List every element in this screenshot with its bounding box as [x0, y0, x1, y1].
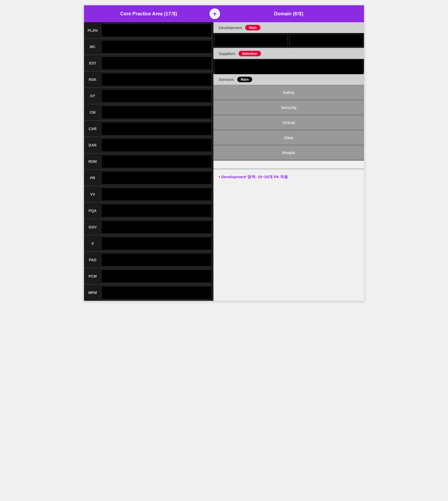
- pa-label: VV: [84, 192, 101, 196]
- domain-cell[interactable]: [290, 34, 363, 47]
- pa-label: II: [84, 241, 101, 246]
- pa-bar[interactable]: [101, 220, 212, 234]
- pa-row: EST: [84, 55, 213, 71]
- pa-bar[interactable]: [101, 286, 212, 299]
- pa-row: CAR: [84, 121, 213, 137]
- domain-section-virtual: Virtual: [213, 116, 364, 131]
- pa-label: OT: [84, 94, 101, 98]
- pa-row: CM: [84, 104, 213, 121]
- domain-name: Development: [219, 25, 242, 30]
- domains-container: Development Main Suppliers Selection Ser…: [213, 22, 364, 161]
- domain-cell[interactable]: [214, 34, 288, 47]
- right-header: Domain (8개): [213, 5, 364, 22]
- main-container: Core Practice Area (17개) + PLAN MC EST R…: [84, 5, 364, 301]
- pa-bar[interactable]: [101, 270, 212, 283]
- domain-section-people: People: [213, 146, 364, 161]
- pa-bar[interactable]: [101, 188, 212, 201]
- pa-row: PAD: [84, 252, 213, 268]
- domain-name: Safety: [283, 90, 295, 95]
- pa-label: CM: [84, 110, 101, 114]
- domain-section-suppliers: Suppliers Selection: [213, 48, 364, 74]
- pa-bar[interactable]: [101, 204, 212, 217]
- pa-row: MPM: [84, 284, 213, 301]
- pa-label: PAD: [84, 258, 101, 262]
- domain-simple[interactable]: Virtual: [213, 116, 364, 130]
- domain-name: Virtual: [283, 120, 295, 125]
- pa-label: PR: [84, 176, 101, 180]
- pa-bar[interactable]: [101, 237, 212, 250]
- pa-bar[interactable]: [101, 57, 212, 70]
- pa-label: DAR: [84, 143, 101, 147]
- domain-cells: [213, 33, 364, 48]
- left-header-title: Core Practice Area (17개): [120, 11, 177, 16]
- pa-row: II: [84, 235, 213, 252]
- pa-row: GOV: [84, 219, 213, 235]
- pa-row: PLAN: [84, 22, 213, 39]
- pa-row: RSK: [84, 71, 213, 88]
- pa-label: CAR: [84, 127, 101, 131]
- pa-bar[interactable]: [101, 73, 212, 86]
- domain-section-development: Development Main: [213, 22, 364, 48]
- pa-bar[interactable]: [101, 106, 212, 119]
- left-panel: Core Practice Area (17개) + PLAN MC EST R…: [84, 5, 213, 301]
- domain-name: Services: [219, 77, 234, 82]
- pa-row: RDM: [84, 153, 213, 170]
- pa-row: PR: [84, 170, 213, 186]
- domain-simple[interactable]: Data: [213, 131, 364, 145]
- domain-cell[interactable]: [214, 60, 363, 74]
- pa-row: DAR: [84, 137, 213, 153]
- domain-section-header: Development Main: [213, 22, 364, 33]
- add-button[interactable]: +: [209, 8, 221, 20]
- right-header-title: Domain (8개): [274, 11, 303, 16]
- pa-bar[interactable]: [101, 40, 212, 53]
- pa-rows-container: PLAN MC EST RSK OT CM CAR DAR RDM PR VV …: [84, 22, 213, 301]
- domain-section-data: Data: [213, 131, 364, 146]
- pa-label: MC: [84, 45, 101, 49]
- footer-note: Development 영역: 19~20개 PA 적용: [219, 174, 288, 179]
- pa-label: RSK: [84, 77, 101, 82]
- pa-bar[interactable]: [101, 253, 212, 266]
- domain-name: Suppliers: [219, 51, 235, 56]
- domain-section-security: Security: [213, 100, 364, 116]
- pa-bar[interactable]: [101, 122, 212, 135]
- domain-name: Security: [281, 105, 296, 110]
- domain-section-header: Services Main: [213, 74, 364, 85]
- footer-section: Development 영역: 19~20개 PA 적용: [213, 169, 364, 185]
- right-panel: Domain (8개) Development Main Suppliers S…: [213, 5, 364, 301]
- domain-badge: Main: [245, 25, 260, 30]
- pa-bar[interactable]: [101, 155, 212, 168]
- pa-label: PQA: [84, 209, 101, 213]
- domain-simple[interactable]: Security: [213, 100, 364, 115]
- pa-bar[interactable]: [101, 171, 212, 185]
- domain-section-safety: Safety: [213, 85, 364, 100]
- domain-simple[interactable]: People: [213, 146, 364, 160]
- domain-name: Data: [284, 135, 293, 140]
- pa-row: VV: [84, 186, 213, 203]
- pa-label: MPM: [84, 291, 101, 295]
- domain-section-header: Suppliers Selection: [213, 48, 364, 59]
- pa-bar[interactable]: [101, 24, 212, 37]
- domain-badge: Selection: [239, 51, 261, 56]
- domain-cells: [213, 59, 364, 73]
- pa-row: OT: [84, 88, 213, 104]
- pa-bar[interactable]: [101, 89, 212, 103]
- domain-section-services: Services Main: [213, 74, 364, 85]
- pa-row: PQA: [84, 203, 213, 219]
- pa-label: PLAN: [84, 28, 101, 33]
- pa-label: EST: [84, 61, 101, 65]
- pa-bar[interactable]: [101, 139, 212, 152]
- pa-row: MC: [84, 39, 213, 55]
- left-header: Core Practice Area (17개) +: [84, 5, 213, 22]
- domain-badge: Main: [237, 77, 253, 82]
- domain-simple[interactable]: Safety: [213, 85, 364, 100]
- pa-label: RDM: [84, 159, 101, 164]
- pa-row: PCM: [84, 268, 213, 284]
- pa-label: PCM: [84, 274, 101, 278]
- domain-name: People: [282, 150, 295, 155]
- pa-label: GOV: [84, 225, 101, 229]
